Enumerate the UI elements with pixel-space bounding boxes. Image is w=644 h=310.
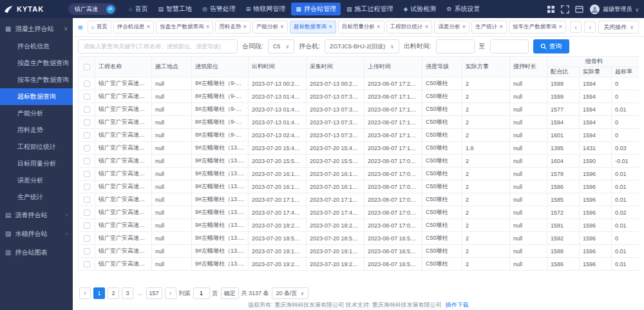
row-checkbox[interactable]: [84, 132, 90, 139]
page-button[interactable]: 157: [146, 287, 162, 299]
close-operations-dropdown[interactable]: 关闭操作: [598, 21, 639, 34]
start-time-input[interactable]: [436, 39, 475, 53]
sidebar-item-用料走势[interactable]: 用料走势: [0, 122, 73, 139]
fullscreen-icon[interactable]: [561, 5, 569, 14]
close-icon[interactable]: [328, 24, 332, 30]
collapse-sidebar-icon[interactable]: ≡: [78, 23, 83, 32]
row-checkbox[interactable]: [84, 197, 90, 203]
tab-生产统计[interactable]: 生产统计: [471, 21, 507, 34]
table-row: 镇广至广安高速公路 null 9#左幅墩柱（13.5-... 2023-07-2…: [79, 155, 639, 168]
nav-item-智慧工地[interactable]: ▤ 智慧工地: [153, 3, 196, 15]
sidebar-item-生产统计[interactable]: 生产统计: [0, 189, 73, 206]
sidebar-item-超标数据查询[interactable]: 超标数据查询: [0, 88, 73, 105]
cell-site: null: [152, 77, 192, 90]
tab-首页[interactable]: ⌂ 首页: [88, 21, 111, 34]
sidebar-item-工程部位统计[interactable]: 工程部位统计: [0, 139, 73, 155]
tab-目标用量分析[interactable]: 目标用量分析: [338, 21, 384, 34]
cell-site: null: [152, 245, 192, 258]
sidebar-item-拌合机信息[interactable]: 拌合机信息: [0, 38, 73, 55]
row-checkbox[interactable]: [84, 184, 90, 190]
nav-item-首页[interactable]: ⌂ 首页: [124, 3, 152, 15]
close-icon[interactable]: [205, 24, 209, 30]
nav-item-试验检测[interactable]: ◈ 试验检测: [399, 3, 440, 15]
row-checkbox[interactable]: [84, 171, 90, 177]
row-checkbox[interactable]: [84, 158, 90, 164]
col-header: 浇筑部位: [192, 57, 249, 77]
mixer-select[interactable]: ZGTJC5-BHJ-2(旧设): [325, 39, 399, 53]
nav-item-系统设置[interactable]: ⚙ 系统设置: [442, 3, 484, 15]
switch-project-icon[interactable]: ⇄: [106, 5, 115, 14]
cell-site: null: [152, 232, 192, 245]
next-page-button[interactable]: ›: [165, 287, 176, 299]
apps-grid-icon[interactable]: [547, 5, 555, 14]
tab-产能分析[interactable]: 产能分析: [252, 21, 288, 34]
close-icon[interactable]: [147, 24, 151, 30]
goto-confirm-button[interactable]: 确定: [221, 287, 239, 299]
cell-upload-time: 2023-08-07 17:02:12: [365, 193, 422, 206]
tab-用料走势[interactable]: 用料走势: [215, 21, 251, 34]
page-size-select[interactable]: 20 条/页: [272, 287, 309, 299]
page-button[interactable]: 3: [122, 287, 133, 299]
table-row: 镇广至广安高速公路 null 9#左幅墩柱（13.5-... 2023-07-2…: [79, 180, 639, 193]
user-menu[interactable]: 超级管理员: [590, 5, 639, 14]
layout-icon[interactable]: [575, 5, 583, 14]
tab-按车生产数据查询[interactable]: 按车生产数据查询: [509, 21, 566, 34]
sidebar-group-水稳拌合站[interactable]: ▨ 水稳拌合站 ›: [0, 224, 73, 243]
cell-project: 镇广至广安高速公路: [95, 232, 152, 245]
tab-工程部位统计[interactable]: 工程部位统计: [386, 21, 433, 34]
close-icon[interactable]: [280, 24, 284, 30]
keyword-input[interactable]: [78, 39, 238, 53]
row-checkbox[interactable]: [84, 145, 90, 151]
goto-page-input[interactable]: [193, 287, 210, 299]
nav-item-物联网管理[interactable]: ⊞ 物联网管理: [242, 3, 290, 15]
plugin-download-link[interactable]: 插件下载: [446, 301, 469, 309]
nav-item-告警处理[interactable]: ◎ 告警处理: [198, 3, 240, 15]
row-checkbox[interactable]: [84, 93, 90, 100]
contract-select[interactable]: C5: [268, 39, 294, 53]
row-checkbox[interactable]: [84, 81, 90, 87]
close-icon[interactable]: [462, 24, 466, 30]
cell-strength-grade: C50墩柱: [422, 180, 462, 193]
row-checkbox[interactable]: [84, 119, 90, 126]
tab-按盘生产数据查询[interactable]: 按盘生产数据查询: [156, 21, 213, 34]
end-time-input[interactable]: [490, 39, 529, 53]
row-checkbox[interactable]: [84, 209, 90, 216]
close-icon[interactable]: [377, 24, 381, 30]
row-checkbox[interactable]: [84, 235, 90, 242]
sidebar-item-按盘生产数据查询[interactable]: 按盘生产数据查询: [0, 55, 73, 72]
tab-超标数据查询[interactable]: 超标数据查询: [290, 21, 336, 34]
page-button[interactable]: 2: [108, 287, 119, 299]
row-checkbox[interactable]: [84, 261, 90, 267]
project-selector[interactable]: 镇广高速 ⇄: [68, 3, 117, 15]
select-all-checkbox[interactable]: [84, 64, 90, 70]
tab-拌合机信息[interactable]: 拌合机信息: [113, 21, 154, 34]
sidebar-group-沥青拌合站[interactable]: ▤ 沥青拌合站 ›: [0, 206, 73, 224]
sidebar-group-拌合站图表[interactable]: ▥ 拌合站图表: [0, 243, 73, 262]
tab-误差分析[interactable]: 误差分析: [434, 21, 469, 34]
nav-item-拌合站管理[interactable]: ▦ 拌合站管理: [291, 3, 341, 15]
cell-pour-part: 8#左幅墩柱（9-13...: [192, 116, 249, 129]
row-checkbox[interactable]: [84, 222, 90, 229]
close-icon[interactable]: [243, 24, 247, 30]
mixer-label: 拌合机:: [299, 42, 320, 51]
sidebar-item-误差分析[interactable]: 误差分析: [0, 172, 73, 189]
close-icon[interactable]: [425, 24, 429, 30]
cell-site: null: [152, 103, 192, 116]
prev-page-button[interactable]: ‹: [79, 287, 91, 299]
row-checkbox[interactable]: [84, 106, 90, 113]
sidebar-item-按车生产数据查询[interactable]: 按车生产数据查询: [0, 72, 73, 88]
close-icon[interactable]: [558, 24, 562, 30]
scroll-tabs-left-button[interactable]: ‹: [570, 21, 582, 33]
cell-over-rate: 0: [612, 116, 639, 129]
row-checkbox[interactable]: [84, 248, 90, 255]
data-table-scroll-area[interactable]: 工程名称 施工地点 浇筑部位 出料时间 采集时间 上传时间 强度等级 实际方量 …: [78, 56, 639, 286]
page-button[interactable]: 1: [93, 287, 105, 299]
scroll-tabs-right-button[interactable]: ›: [584, 21, 596, 33]
nav-item-施工过程管理[interactable]: ▧ 施工过程管理: [342, 3, 398, 15]
sidebar-item-产能分析[interactable]: 产能分析: [0, 105, 73, 122]
cell-actual-volume: 1.8: [462, 142, 510, 155]
sidebar-group-混凝土拌合站[interactable]: ▦ 混凝土拌合站 ∨: [0, 19, 73, 38]
close-icon[interactable]: [499, 24, 503, 30]
sidebar-item-目标用量分析[interactable]: 目标用量分析: [0, 155, 73, 172]
search-button[interactable]: 查询: [533, 39, 569, 53]
